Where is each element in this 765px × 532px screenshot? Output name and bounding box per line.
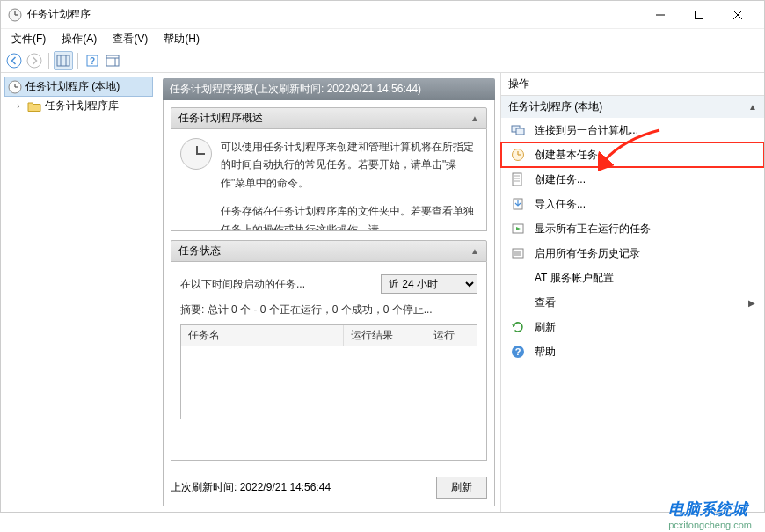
tree-root[interactable]: 任务计划程序 (本地) [4, 77, 153, 97]
refresh-button[interactable]: 刷新 [436, 477, 487, 499]
action-label: 启用所有任务历史记录 [535, 246, 640, 261]
svg-rect-21 [516, 128, 524, 135]
status-section: 任务状态 ▲ 在以下时间段启动的任务... 近 24 小时 摘要: 总计 0 个… [171, 240, 487, 461]
clock-large-icon [180, 138, 212, 170]
folder-icon [27, 99, 41, 113]
menu-action[interactable]: 操作(A) [58, 30, 100, 48]
footer-row: 上次刷新时间: 2022/9/21 14:56:44 刷新 [171, 470, 487, 499]
task-table[interactable]: 任务名 运行结果 运行 [180, 324, 477, 419]
svg-rect-9 [57, 55, 69, 66]
window-title: 任务计划程序 [27, 7, 641, 22]
minimize-button[interactable] [641, 2, 680, 28]
tree-library-label: 任务计划程序库 [45, 98, 119, 113]
menubar: 文件(F) 操作(A) 查看(V) 帮助(H) [1, 29, 764, 48]
tree-root-label: 任务计划程序 (本地) [26, 79, 120, 94]
help-icon: ? [510, 344, 526, 360]
action-item-9[interactable]: ?帮助 [501, 339, 764, 364]
status-period-select[interactable]: 近 24 小时 [381, 274, 477, 294]
svg-rect-14 [106, 55, 119, 66]
action-item-3[interactable]: 导入任务... [501, 192, 764, 216]
col-result[interactable]: 运行结果 [344, 325, 426, 346]
tree-library[interactable]: › 任务计划程序库 [4, 97, 153, 115]
svg-text:?: ? [90, 56, 95, 66]
action-label: AT 服务帐户配置 [535, 271, 614, 286]
chevron-right-icon[interactable]: › [13, 101, 24, 111]
basic-task-icon [510, 147, 526, 163]
status-header[interactable]: 任务状态 ▲ [171, 240, 487, 262]
tree-panel: 任务计划程序 (本地) › 任务计划程序库 [1, 73, 157, 512]
menu-view[interactable]: 查看(V) [109, 30, 151, 48]
action-label: 导入任务... [535, 197, 586, 212]
none-icon [510, 295, 526, 310]
action-item-4[interactable]: 显示所有正在运行的任务 [501, 216, 764, 241]
forward-button[interactable] [25, 51, 44, 70]
collapse-icon[interactable]: ▲ [470, 113, 479, 123]
chevron-right-icon: ▶ [748, 298, 755, 308]
action-label: 创建基本任务... [535, 148, 607, 163]
none-icon [510, 270, 526, 286]
last-refresh-label: 上次刷新时间: 2022/9/21 14:56:44 [171, 480, 331, 495]
action-item-8[interactable]: 刷新 [501, 315, 764, 339]
content-area: 任务计划程序 (本地) › 任务计划程序库 任务计划程序摘要(上次刷新时间: 2… [1, 73, 764, 512]
import-icon [510, 196, 526, 212]
details-toolbar-button[interactable] [103, 51, 122, 70]
maximize-button[interactable] [680, 2, 718, 28]
action-label: 查看 [535, 295, 556, 310]
col-run[interactable]: 运行 [426, 325, 477, 346]
svg-point-7 [7, 54, 21, 68]
actions-panel: 操作 任务计划程序 (本地) ▲ 连接到另一台计算机...创建基本任务...创建… [500, 73, 764, 512]
window-controls [641, 2, 757, 28]
refresh-icon [510, 319, 526, 335]
back-button[interactable] [4, 51, 24, 70]
menu-file[interactable]: 文件(F) [8, 30, 49, 48]
action-item-7[interactable]: 查看▶ [501, 290, 764, 315]
action-label: 显示所有正在运行的任务 [535, 222, 651, 237]
summary-body: 任务计划程序概述 ▲ 可以使用任务计划程序来创建和管理计算机将在所指定的时间自动… [163, 100, 495, 506]
action-item-2[interactable]: 创建任务... [501, 167, 764, 192]
status-summary: 摘要: 总计 0 个 - 0 个正在运行，0 个成功，0 个停止... [180, 301, 477, 324]
action-label: 帮助 [535, 345, 556, 360]
collapse-icon[interactable]: ▲ [748, 102, 757, 112]
running-icon [510, 221, 526, 237]
menu-help[interactable]: 帮助(H) [160, 30, 203, 48]
panes-button[interactable] [54, 51, 73, 70]
history-icon [510, 245, 526, 261]
svg-point-8 [27, 54, 41, 68]
overview-header[interactable]: 任务计划程序概述 ▲ [171, 107, 487, 129]
close-button[interactable] [718, 2, 757, 28]
watermark: 电脑系统城 pcxitongcheng.com [668, 499, 752, 530]
overview-text: 可以使用任务计划程序来创建和管理计算机将在所指定的时间自动执行的常见任务。若要开… [221, 138, 477, 231]
action-item-1[interactable]: 创建基本任务... [501, 142, 764, 167]
app-window: 任务计划程序 文件(F) 操作(A) 查看(V) 帮助(H) ? [0, 0, 765, 513]
actions-list: 连接到另一台计算机...创建基本任务...创建任务...导入任务...显示所有正… [501, 118, 764, 512]
action-item-6[interactable]: AT 服务帐户配置 [501, 266, 764, 290]
action-label: 连接到另一台计算机... [535, 123, 638, 138]
app-icon [8, 8, 22, 22]
actions-header: 操作 [501, 73, 764, 96]
toolbar: ? [1, 48, 764, 73]
collapse-icon[interactable]: ▲ [470, 246, 479, 256]
overview-section: 任务计划程序概述 ▲ 可以使用任务计划程序来创建和管理计算机将在所指定的时间自动… [171, 107, 487, 231]
col-task-name[interactable]: 任务名 [181, 325, 344, 346]
svg-text:?: ? [515, 346, 521, 357]
action-item-5[interactable]: 启用所有任务历史记录 [501, 241, 764, 266]
overview-body: 可以使用任务计划程序来创建和管理计算机将在所指定的时间自动执行的常见任务。若要开… [171, 129, 487, 231]
action-label: 刷新 [535, 320, 556, 335]
middle-panel: 任务计划程序摘要(上次刷新时间: 2022/9/21 14:56:44) 任务计… [157, 73, 500, 512]
clock-icon [8, 80, 22, 94]
svg-rect-25 [513, 173, 521, 186]
help-toolbar-button[interactable]: ? [83, 51, 102, 70]
summary-header: 任务计划程序摘要(上次刷新时间: 2022/9/21 14:56:44) [163, 78, 495, 100]
status-label: 在以下时间段启动的任务... [180, 277, 305, 292]
connect-icon [510, 122, 526, 138]
svg-rect-4 [696, 11, 703, 18]
status-body: 在以下时间段启动的任务... 近 24 小时 摘要: 总计 0 个 - 0 个正… [171, 262, 487, 461]
action-label: 创建任务... [535, 172, 586, 187]
actions-subheader[interactable]: 任务计划程序 (本地) ▲ [501, 96, 764, 118]
action-item-0[interactable]: 连接到另一台计算机... [501, 118, 764, 142]
create-task-icon [510, 171, 526, 187]
titlebar: 任务计划程序 [1, 1, 764, 29]
